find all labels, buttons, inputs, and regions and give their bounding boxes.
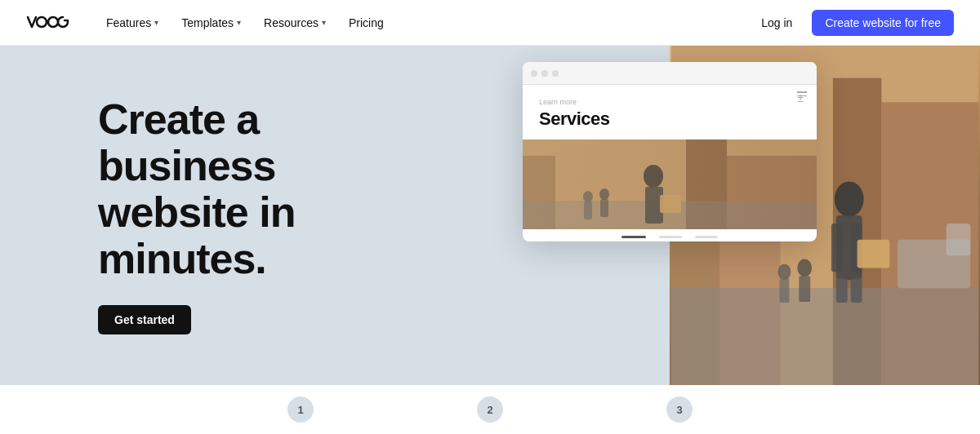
nav-item-features[interactable]: Features ▾ <box>106 16 158 29</box>
browser-section-title: Services <box>539 108 800 130</box>
svg-point-0 <box>37 17 47 27</box>
browser-preview-image <box>523 140 817 229</box>
get-started-button[interactable]: Get started <box>98 305 191 334</box>
svg-rect-12 <box>836 278 848 303</box>
nav-right: Log in Create website for free <box>751 10 954 36</box>
browser-mockup: Learn more Services + − <box>523 62 817 241</box>
logo-icon <box>26 14 70 32</box>
browser-expand-controls: + − <box>797 91 807 96</box>
svg-rect-18 <box>799 276 810 302</box>
chevron-down-icon: ▾ <box>237 18 241 27</box>
browser-topbar <box>523 62 817 85</box>
hero-left: Create a business website in minutes. Ge… <box>0 46 539 385</box>
browser-content: Learn more Services + − <box>523 85 817 130</box>
expand-minus-icon: − <box>797 95 807 97</box>
chevron-down-icon: ▾ <box>154 18 158 27</box>
svg-rect-13 <box>851 278 862 303</box>
svg-rect-7 <box>671 288 978 385</box>
logo[interactable] <box>26 14 70 32</box>
chevron-down-icon: ▾ <box>322 18 326 27</box>
svg-point-17 <box>797 259 812 277</box>
step-1: 1 <box>287 396 314 423</box>
hero-headline: Create a business website in minutes. <box>98 96 539 283</box>
nav-item-resources[interactable]: Resources ▾ <box>264 16 326 29</box>
create-website-button[interactable]: Create website for free <box>812 10 954 36</box>
hero-right: Learn more Services + − <box>539 46 980 385</box>
nav-item-pricing[interactable]: Pricing <box>349 16 384 29</box>
browser-dot-3 <box>552 70 559 77</box>
nav-left: Features ▾ Templates ▾ Resources ▾ Prici… <box>26 14 384 32</box>
slide-indicator-3 <box>695 236 718 238</box>
slide-indicator-1 <box>621 236 646 238</box>
svg-rect-16 <box>780 278 790 303</box>
browser-dot-2 <box>541 70 548 77</box>
expand-plus-icon: + <box>797 91 807 93</box>
browser-slide-indicators <box>523 229 817 241</box>
step-3: 3 <box>666 396 693 423</box>
browser-dot-1 <box>531 70 537 77</box>
login-button[interactable]: Log in <box>751 11 802 34</box>
slide-indicator-2 <box>659 236 682 238</box>
svg-point-15 <box>778 264 791 280</box>
hero-section: Create a business website in minutes. Ge… <box>0 46 980 385</box>
svg-point-1 <box>48 17 58 27</box>
svg-point-8 <box>835 181 864 217</box>
svg-rect-14 <box>858 240 890 268</box>
nav-item-templates[interactable]: Templates ▾ <box>181 16 241 29</box>
navbar: Features ▾ Templates ▾ Resources ▾ Prici… <box>0 0 980 46</box>
steps-bar: 1 2 3 <box>0 385 980 434</box>
svg-rect-10 <box>831 224 843 272</box>
browser-learn-more: Learn more <box>539 98 800 106</box>
step-2: 2 <box>477 396 503 423</box>
browser-image-overlay <box>523 140 817 229</box>
svg-rect-20 <box>947 224 971 256</box>
